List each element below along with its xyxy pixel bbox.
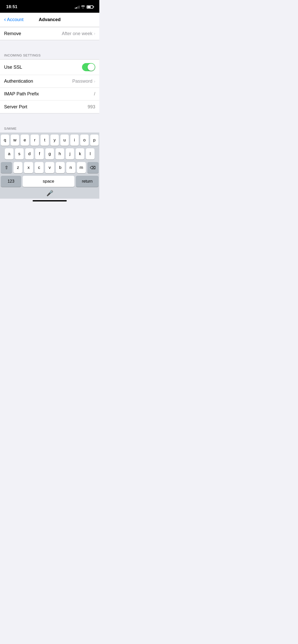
key-p[interactable]: p xyxy=(90,135,99,146)
remove-value[interactable]: After one week › xyxy=(62,31,95,36)
key-u[interactable]: u xyxy=(60,135,69,146)
battery-icon xyxy=(87,5,93,9)
key-a[interactable]: a xyxy=(5,148,13,159)
key-j[interactable]: j xyxy=(66,148,74,159)
signal-bars-icon xyxy=(75,5,79,9)
server-port-row[interactable]: Server Port 993 xyxy=(0,100,99,113)
space-key[interactable]: space xyxy=(23,176,74,187)
keyboard-row-1: q w e r t y u i o p xyxy=(1,135,99,146)
key-n[interactable]: n xyxy=(66,162,75,173)
key-i[interactable]: i xyxy=(70,135,79,146)
key-x[interactable]: x xyxy=(24,162,33,173)
key-b[interactable]: b xyxy=(56,162,65,173)
key-v[interactable]: v xyxy=(45,162,54,173)
incoming-settings-section: Use SSL Authentication Password › IMAP P… xyxy=(0,59,99,113)
numbers-key[interactable]: 123 xyxy=(1,176,21,187)
key-q[interactable]: q xyxy=(1,135,9,146)
key-s[interactable]: s xyxy=(15,148,24,159)
return-key[interactable]: return xyxy=(76,176,99,187)
key-m[interactable]: m xyxy=(77,162,86,173)
backspace-key[interactable]: ⌫ xyxy=(87,162,99,173)
status-time: 18:51 xyxy=(6,4,17,9)
keyboard-row-2: a s d f g h j k l xyxy=(1,148,99,159)
remove-chevron-icon: › xyxy=(94,31,95,36)
nav-header: ‹ Account Advanced xyxy=(0,13,99,27)
incoming-settings-header: INCOMING SETTINGS xyxy=(0,49,99,59)
key-k[interactable]: k xyxy=(76,148,84,159)
imap-path-prefix-row[interactable]: IMAP Path Prefix / xyxy=(0,88,99,100)
key-o[interactable]: o xyxy=(80,135,89,146)
authentication-chevron-icon: › xyxy=(94,79,95,84)
remove-row[interactable]: Remove After one week › xyxy=(0,27,99,40)
authentication-value-text: Password xyxy=(72,79,92,84)
key-d[interactable]: d xyxy=(25,148,34,159)
key-h[interactable]: h xyxy=(56,148,64,159)
key-c[interactable]: c xyxy=(35,162,44,173)
keyboard: q w e r t y u i o p a s d f g h j k l ⇧ … xyxy=(0,133,99,199)
toggle-knob xyxy=(88,64,95,71)
home-bar xyxy=(33,200,67,201)
gap-2 xyxy=(0,113,99,123)
imap-path-prefix-label: IMAP Path Prefix xyxy=(4,91,39,97)
keyboard-row-3: ⇧ z x c v b n m ⌫ xyxy=(1,162,99,173)
mic-row: 🎤 xyxy=(1,188,99,198)
home-indicator xyxy=(0,199,99,203)
key-t[interactable]: t xyxy=(40,135,49,146)
use-ssl-label: Use SSL xyxy=(4,65,22,70)
gap-1 xyxy=(0,40,99,49)
key-w[interactable]: w xyxy=(11,135,19,146)
authentication-value[interactable]: Password › xyxy=(72,79,95,84)
remove-section: Remove After one week › xyxy=(0,27,99,40)
settings-content: Remove After one week › INCOMING SETTING… xyxy=(0,27,99,133)
authentication-row[interactable]: Authentication Password › xyxy=(0,75,99,88)
authentication-label: Authentication xyxy=(4,79,33,84)
server-port-label: Server Port xyxy=(4,104,27,110)
status-bar: 18:51 xyxy=(0,0,99,13)
shift-key[interactable]: ⇧ xyxy=(1,162,12,173)
page-title: Advanced xyxy=(39,17,61,22)
microphone-icon[interactable]: 🎤 xyxy=(46,190,53,197)
back-button[interactable]: ‹ Account xyxy=(4,17,23,22)
key-y[interactable]: y xyxy=(50,135,59,146)
server-port-value: 993 xyxy=(88,104,95,110)
keyboard-row-4: 123 space return xyxy=(1,176,99,187)
use-ssl-row: Use SSL xyxy=(0,60,99,75)
smime-header: S/MIME xyxy=(0,123,99,133)
imap-path-prefix-value: / xyxy=(94,91,95,97)
remove-label: Remove xyxy=(4,31,21,36)
key-l[interactable]: l xyxy=(86,148,94,159)
chevron-left-icon: ‹ xyxy=(4,17,6,22)
wifi-icon xyxy=(81,5,85,8)
status-icons xyxy=(75,5,93,9)
back-label: Account xyxy=(7,17,23,22)
use-ssl-toggle[interactable] xyxy=(82,63,95,71)
key-g[interactable]: g xyxy=(45,148,54,159)
key-f[interactable]: f xyxy=(35,148,44,159)
key-z[interactable]: z xyxy=(13,162,22,173)
remove-value-text: After one week xyxy=(62,31,92,36)
key-e[interactable]: e xyxy=(21,135,29,146)
key-r[interactable]: r xyxy=(31,135,39,146)
